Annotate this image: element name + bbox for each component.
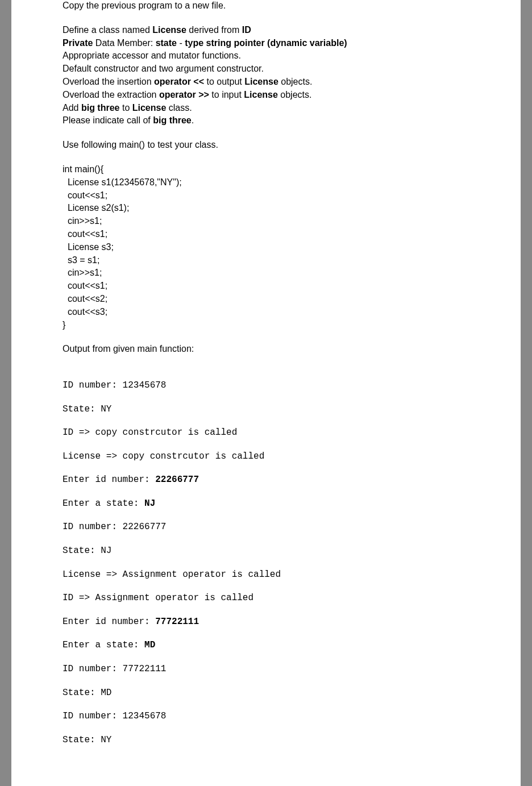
text: objects.: [279, 77, 313, 86]
class-name: License: [244, 90, 278, 99]
instruction-insertion: Overload the insertion operator << to ou…: [63, 76, 469, 88]
code-line: s3 = s1;: [63, 255, 469, 267]
prompt: Enter id number:: [63, 475, 155, 485]
instruction-copy: Copy the previous program to a new file.: [63, 0, 469, 12]
output-line: ID number: 22266777: [63, 521, 469, 533]
output-line: License => Assignment operator is called: [63, 569, 469, 581]
code-line: }: [63, 319, 469, 331]
output-line: ID => Assignment operator is called: [63, 592, 469, 604]
output-line: Enter a state: NJ: [63, 498, 469, 510]
member-type: type string pointer (dynamic variable): [185, 38, 347, 48]
text: .: [192, 115, 194, 125]
text: Data Member:: [93, 38, 155, 48]
text: Overload the insertion: [63, 77, 154, 86]
use-main: Use following main() to test your class.: [63, 139, 469, 151]
page-1: Copy the previous program to a new file.…: [11, 0, 521, 786]
output-line: License => copy constrcutor is called: [63, 451, 469, 463]
code-line: cout<<s1;: [63, 190, 469, 202]
output-block-1: ID number: 12345678 State: NY ID => copy…: [63, 368, 469, 770]
code-line: cout<<s3;: [63, 306, 469, 318]
prompt: Enter id number:: [63, 617, 155, 627]
output-label: Output from given main function:: [63, 343, 469, 355]
instruction-constructor: Default constructor and two argument con…: [63, 63, 469, 75]
text: Define a class named: [63, 25, 152, 35]
user-input: 22266777: [155, 475, 199, 485]
code-line: License s3;: [63, 242, 469, 253]
output-line: Enter id number: 22266777: [63, 474, 469, 486]
instruction-extraction: Overload the extraction operator >> to i…: [63, 89, 469, 101]
text: Add: [63, 103, 81, 113]
user-input: NJ: [144, 498, 155, 509]
code-line: License s1(12345678,"NY");: [63, 177, 469, 189]
code-line: cin>>s1;: [63, 267, 469, 279]
code-line: cout<<s1;: [63, 280, 469, 292]
class-name: License: [244, 77, 279, 86]
text: to: [119, 103, 132, 113]
text: objects.: [278, 90, 312, 99]
operator: operator >>: [159, 90, 209, 99]
output-line: State: NY: [63, 734, 469, 746]
user-input: MD: [144, 640, 155, 650]
output-line: Enter a state: MD: [63, 639, 469, 651]
instruction-bigthree: Add big three to License class.: [63, 102, 469, 114]
instruction-indicate: Please indicate call of big three.: [63, 115, 469, 127]
output-line: ID number: 12345678: [63, 710, 469, 722]
term: big three: [81, 103, 120, 113]
text: to output: [204, 77, 244, 86]
instruction-define: Define a class named License derived fro…: [63, 24, 469, 36]
code-line: cin>>s1;: [63, 215, 469, 227]
term: big three: [153, 115, 192, 125]
code-line: int main(){: [63, 164, 469, 176]
text: Please indicate call of: [63, 115, 153, 125]
code-line: License s2(s1);: [63, 202, 469, 214]
prompt: Enter a state:: [63, 498, 144, 509]
output-line: ID number: 12345678: [63, 380, 469, 392]
text: to input: [209, 90, 244, 99]
text: class.: [166, 103, 192, 113]
prompt: Enter a state:: [63, 640, 144, 650]
output-line: Enter id number: 77722111: [63, 616, 469, 628]
output-line: State: MD: [63, 687, 469, 699]
code-line: cout<<s2;: [63, 293, 469, 305]
output-line: State: NJ: [63, 545, 469, 557]
text: -: [177, 38, 185, 48]
access-modifier: Private: [63, 38, 93, 48]
operator: operator <<: [154, 77, 204, 86]
instruction-member: Private Data Member: state - type string…: [63, 38, 469, 49]
class-name: License: [132, 103, 167, 113]
text: derived from: [186, 25, 242, 35]
output-line: ID => copy constrcutor is called: [63, 427, 469, 439]
output-line: State: NY: [63, 404, 469, 415]
instruction-accessor: Appropriate accessor and mutator functio…: [63, 50, 469, 62]
class-name: License: [152, 25, 186, 35]
text: Overload the extraction: [63, 90, 159, 99]
output-line: ID number: 77722111: [63, 663, 469, 675]
member-name: state: [156, 38, 177, 48]
user-input: 77722111: [155, 617, 199, 627]
base-class: ID: [242, 25, 251, 35]
code-line: cout<<s1;: [63, 228, 469, 240]
